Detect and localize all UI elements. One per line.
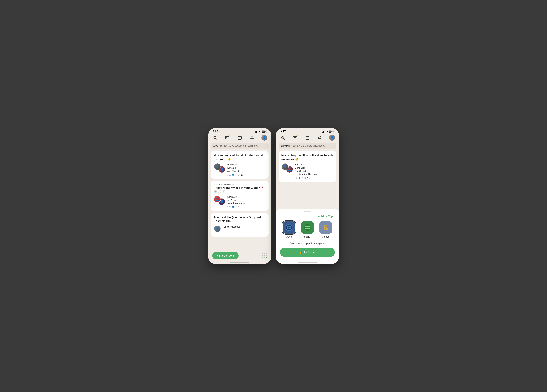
user-avatar-2[interactable]: 👤 (329, 135, 335, 141)
speaker-p2-1-4: Heather Ann Havenwo... ··· (295, 173, 333, 176)
open-icon (283, 221, 295, 234)
room-card-3[interactable]: Food and life Q and A with Gary and Eric… (211, 213, 269, 236)
lets-go-button[interactable]: 🎉 Let's go (280, 248, 335, 257)
speakers-row-3: 👤 Eric Stonestreet ··· (214, 225, 266, 235)
svg-point-31 (308, 228, 310, 229)
start-room-label: + Start a room (217, 254, 234, 257)
svg-point-26 (305, 226, 307, 227)
sparkle-icon-2: ✨ (296, 134, 298, 136)
start-room-button[interactable]: + Start a room (212, 252, 239, 259)
speakers-info-p2-1: Hustler ··· Edna Bibb ··· Joe Charette ·… (295, 163, 333, 179)
room-card-2[interactable]: WINE AND SPIRITS 🏠 Friday Night, What's … (211, 180, 269, 211)
avatars-stack-3: 👤 (214, 225, 222, 235)
svg-point-27 (307, 226, 308, 227)
svg-line-12 (283, 139, 284, 140)
status-icons-1: ▲ ▓▓░ (255, 130, 267, 133)
avatars-stack-p2-1: 👤 👤 (281, 163, 293, 173)
speaker-3-1: Eric Stonestreet ··· (224, 225, 266, 228)
battery-icon-1: ▓▓░ (262, 130, 267, 133)
user-avatar-1[interactable]: 👤 (261, 135, 267, 141)
signal-icon-1 (255, 130, 258, 133)
closed-icon (319, 221, 332, 234)
room-types: Open (280, 221, 335, 238)
event-title-1: Tech & VC & Culture in Europe #... (224, 145, 259, 147)
speaker-1-1: Hustler ··· (227, 163, 266, 166)
speaker-1-2: Edna Bibb ··· (227, 166, 266, 169)
bell-icon-2[interactable] (317, 135, 322, 141)
svg-rect-35 (325, 228, 326, 229)
wifi-icon-2: ▲ (326, 130, 328, 133)
nav-bar-1: ✨ (208, 133, 271, 143)
club-label-2: WINE AND SPIRITS 🏠 (214, 183, 266, 186)
speaker-p2-1-2: Edna Bibb ··· (295, 166, 333, 169)
search-icon-2[interactable] (280, 135, 286, 141)
event-time-1: 1:00 PM (213, 145, 222, 147)
bell-icon-1[interactable] (249, 135, 255, 141)
svg-point-29 (305, 228, 307, 229)
speakers-row-p2-1: 👤 👤 Hustler ··· Edna Bibb ··· (281, 163, 333, 179)
room-stats-2: 223 👤 / 20 💬 (227, 206, 266, 208)
avatars-stack-2: 👤 👤 (214, 195, 226, 205)
screens-container: 9:06 ▲ ▓▓░ (202, 122, 345, 270)
speaker-p2-1-1: Hustler ··· (295, 163, 333, 166)
status-bar-1: 9:06 ▲ ▓▓░ (208, 128, 271, 133)
open-label: Open (286, 235, 292, 238)
event-title-2: Tech & VC & Culture in Europe #... (291, 145, 326, 147)
event-banner-2[interactable]: 1:00 PM Tech & VC & Culture in Europe #.… (279, 143, 336, 149)
svg-point-25 (304, 224, 311, 231)
svg-line-1 (216, 139, 217, 140)
battery-icon-2: ▓░░ (329, 130, 334, 133)
room-title-2: Friday Night, What's in your Glass? 🍷 🥃 … (214, 186, 266, 193)
signal-icon-2 (322, 130, 325, 133)
social-label: Social (304, 235, 311, 238)
calendar-icon-1[interactable] (237, 135, 243, 141)
svg-point-28 (308, 226, 310, 227)
speakers-row-2: 👤 👤 Kat Stark ··· Ari Bildner ··· (214, 195, 266, 208)
avatars-stack-1: 👤 👤 (214, 163, 226, 173)
phone-1: 9:06 ▲ ▓▓░ (208, 128, 271, 264)
lets-go-label: 🎉 Let's go (300, 251, 315, 254)
home-indicator-1 (230, 262, 249, 263)
inbox-icon-1[interactable]: ✨ (225, 135, 230, 141)
speakers-info-2: Kat Stark ··· Ari Bildner ··· Joseph Bad… (227, 195, 266, 208)
wifi-icon-1: ▲ (259, 130, 261, 133)
calendar-icon-2[interactable] (305, 135, 310, 141)
event-banner-1[interactable]: 1:00 PM Tech & VC & Culture in Europe #.… (211, 143, 269, 149)
room-card-p2-1[interactable]: How to buy a million dollar domain with … (279, 151, 336, 182)
speakers-info-3: Eric Stonestreet ··· (224, 225, 266, 235)
speakers-row-1: 👤 👤 Hustler ··· Edna Bibb ··· (214, 163, 266, 176)
nav-bar-2: ✨ (276, 133, 339, 143)
closed-label: Closed (322, 235, 329, 238)
room-description: Start a room open to everyone (280, 242, 335, 245)
home-indicator-2 (298, 262, 317, 263)
social-icon (301, 221, 314, 234)
time-1: 9:06 (213, 130, 218, 133)
add-topic-btn[interactable]: + Add a Topic (280, 215, 335, 218)
status-icons-2: ▲ ▓░░ (322, 130, 334, 133)
status-bar-2: 9:17 ▲ ▓░░ (276, 128, 339, 133)
speaker-p2-1-3: Joe Charette ··· (295, 170, 333, 173)
phone-2: 9:17 ▲ ▓░░ (276, 128, 339, 264)
grid-dots[interactable] (262, 253, 267, 258)
room-card-1[interactable]: How to buy a million dollar domain with … (211, 151, 269, 179)
sheet-handle (304, 211, 311, 212)
room-type-social[interactable]: Social (301, 221, 314, 238)
time-2: 9:17 (280, 130, 286, 133)
speaker-2-3: Joseph Badaro ··· (227, 202, 266, 205)
room-type-closed[interactable]: Closed (319, 221, 332, 238)
speakers-info-1: Hustler ··· Edna Bibb ··· Joe Charette ·… (227, 163, 266, 176)
room-title-3: Food and life Q and A with Gary and Eric… (214, 216, 266, 223)
event-time-2: 1:00 PM (281, 145, 290, 147)
bottom-sheet: + Add a Topic (276, 209, 339, 264)
room-type-open[interactable]: Open (283, 221, 295, 238)
room-title-1: How to buy a million dollar domain with … (214, 154, 266, 161)
svg-point-30 (307, 228, 308, 229)
search-icon-1[interactable] (212, 135, 218, 141)
room-stats-1: 110 👤 / 14 💬 (227, 173, 266, 176)
speaker-2-2: Ari Bildner ··· (227, 199, 266, 202)
speaker-2-1: Kat Stark ··· (227, 195, 266, 199)
inbox-icon-2[interactable]: ✨ (292, 135, 298, 141)
room-stats-p2-1: 95 👤 / 18 💬 (295, 177, 333, 179)
sparkle-icon-1: ✨ (228, 134, 231, 136)
speaker-1-3: Joe Charette ··· (227, 170, 266, 173)
